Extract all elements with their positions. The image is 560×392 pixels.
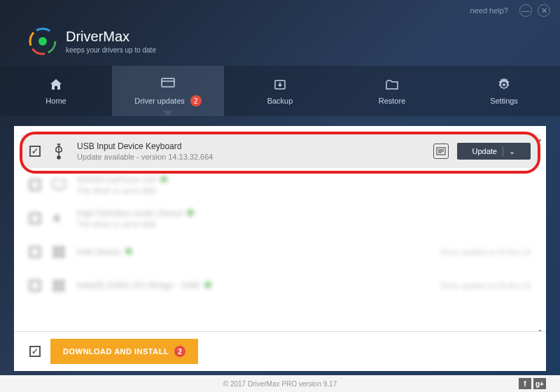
facebook-icon[interactable]: f [519, 378, 531, 389]
divider [503, 146, 503, 156]
tab-backup[interactable]: Backup [224, 66, 336, 116]
svg-rect-19 [53, 280, 58, 285]
windows-icon [49, 276, 69, 295]
tab-driver-updates[interactable]: Driver updates 2 [112, 66, 224, 116]
driver-status: The driver is up-to-date [77, 186, 531, 195]
svg-rect-16 [59, 246, 64, 251]
main-tabs: Home Driver updates 2 Backup Restore Set… [0, 66, 560, 116]
copyright-text: © 2017 DriverMax PRO version 9.17 [223, 380, 337, 388]
driver-name: Intel(R) 82801 PCI Bridge - 244E [77, 281, 432, 290]
restore-icon [384, 77, 400, 92]
audio-icon [49, 209, 69, 228]
driver-checkbox[interactable] [29, 246, 41, 258]
driver-row-featured[interactable]: USB Input Device Keyboard Update availab… [21, 134, 539, 168]
close-button[interactable]: ✕ [538, 4, 550, 17]
svg-rect-22 [59, 286, 64, 291]
select-all-checkbox[interactable] [29, 346, 41, 357]
tab-label: Backup [267, 97, 293, 105]
svg-rect-5 [162, 78, 174, 87]
driver-meta: Driver updated on 03-Nov-16 [440, 248, 531, 256]
driver-name: Intel Device [77, 247, 432, 257]
tab-settings[interactable]: Settings [448, 66, 560, 116]
driver-list: USB Input Device Keyboard Update availab… [14, 126, 546, 333]
usb-icon [49, 141, 69, 161]
driver-row[interactable]: High Definition Audio Device The driver … [21, 202, 539, 235]
install-count-badge: 2 [174, 346, 186, 357]
tab-home[interactable]: Home [0, 66, 112, 116]
driver-checkbox[interactable] [29, 179, 41, 190]
driver-row[interactable]: Intel(R) 82801 PCI Bridge - 244E Driver … [21, 269, 539, 302]
monitor-icon [49, 175, 69, 195]
scrollbar[interactable]: ▴ ▾ [535, 134, 545, 336]
app-logo-icon [28, 27, 57, 56]
driver-row[interactable]: NVIDIA GeForce 210 The driver is up-to-d… [21, 168, 539, 202]
update-button[interactable]: Update ⌄ [457, 143, 531, 160]
svg-rect-17 [53, 253, 58, 258]
gear-icon [496, 77, 512, 92]
googleplus-icon[interactable]: g+ [533, 378, 546, 389]
update-button-label: Update [472, 147, 497, 155]
updates-icon [160, 76, 176, 91]
driver-checkbox[interactable] [29, 213, 41, 224]
content-panel: USB Input Device Keyboard Update availab… [14, 126, 546, 371]
scroll-up-icon[interactable]: ▴ [535, 134, 545, 144]
driver-name: USB Input Device Keyboard [77, 141, 425, 151]
driver-meta: Driver updated on 03-Nov-16 [440, 282, 531, 290]
minimize-button[interactable]: — [519, 4, 532, 17]
svg-rect-21 [53, 286, 58, 291]
svg-rect-15 [53, 246, 58, 251]
updates-count-badge: 2 [190, 95, 202, 106]
driver-status: Update available - version 14.13.32.664 [77, 153, 425, 161]
install-button-label: DOWNLOAD AND INSTALL [63, 347, 169, 356]
driver-status: The driver is up-to-date [77, 220, 531, 228]
driver-name: High Definition Audio Device [77, 209, 531, 218]
svg-point-4 [38, 37, 47, 46]
status-dot-icon [160, 176, 167, 183]
app-title: DriverMax [66, 29, 156, 45]
driver-checkbox[interactable] [29, 146, 41, 157]
windows-icon [49, 242, 69, 262]
chevron-down-icon: ⌄ [509, 147, 515, 156]
svg-rect-13 [52, 180, 65, 188]
help-link[interactable]: need help? [470, 6, 508, 15]
backup-icon [272, 77, 288, 92]
tab-restore[interactable]: Restore [336, 66, 448, 116]
app-tagline: keeps your drivers up to date [66, 46, 156, 54]
download-install-button[interactable]: DOWNLOAD AND INSTALL 2 [50, 339, 198, 364]
svg-rect-20 [59, 280, 64, 285]
driver-row[interactable]: Intel Device Driver updated on 03-Nov-16 [21, 235, 539, 269]
tab-label: Driver updates [134, 97, 185, 105]
tab-label: Settings [490, 97, 518, 105]
bottom-action-bar: DOWNLOAD AND INSTALL 2 [14, 331, 546, 371]
status-dot-icon [204, 281, 211, 288]
svg-rect-18 [59, 253, 64, 258]
driver-info-button[interactable] [433, 144, 449, 159]
svg-point-8 [57, 156, 60, 159]
home-icon [48, 77, 64, 92]
driver-checkbox[interactable] [29, 280, 41, 291]
tab-label: Restore [379, 97, 406, 105]
driver-name: NVIDIA GeForce 210 [77, 175, 531, 185]
tab-label: Home [46, 97, 66, 105]
footer: © 2017 DriverMax PRO version 9.17 f g+ [0, 375, 560, 392]
status-dot-icon [125, 248, 132, 255]
status-dot-icon [187, 209, 194, 216]
app-header: DriverMax keeps your drivers up to date [0, 21, 560, 66]
